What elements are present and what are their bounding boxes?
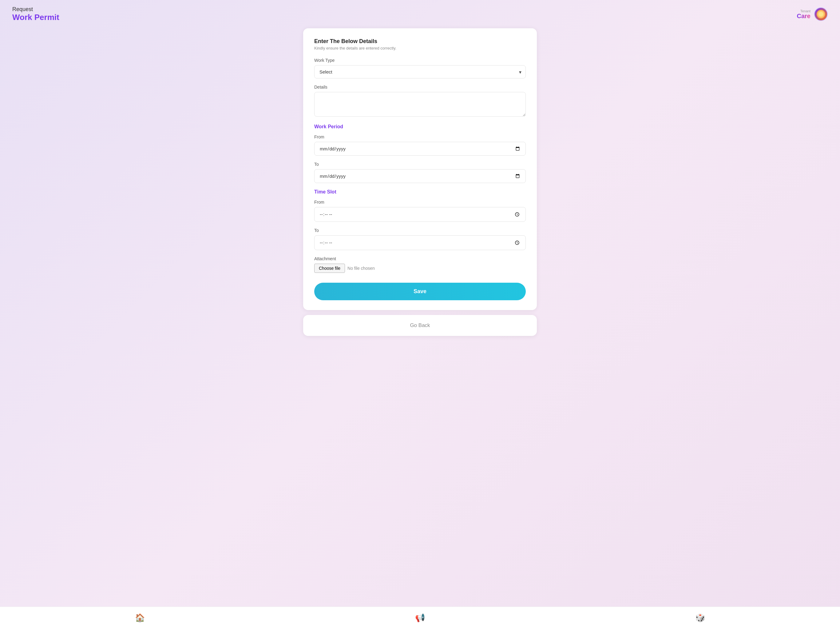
- tenant-label: Tenant: [801, 9, 810, 13]
- details-label: Details: [314, 85, 526, 90]
- work-period-from-label: From: [314, 135, 526, 139]
- nav-cube[interactable]: 🎲: [689, 612, 711, 624]
- form-card: Enter The Below Details Kindly ensure th…: [303, 28, 537, 310]
- work-period-to-label: To: [314, 162, 526, 167]
- choose-file-label: Choose file: [319, 266, 340, 271]
- choose-file-button[interactable]: Choose file: [314, 264, 345, 273]
- attachment-group: Attachment Choose file No file chosen: [314, 256, 526, 273]
- announce-icon: 📢: [415, 613, 425, 623]
- main-content: Enter The Below Details Kindly ensure th…: [297, 28, 543, 347]
- file-input-wrapper: Choose file No file chosen: [314, 264, 526, 273]
- work-type-select[interactable]: Select: [314, 65, 526, 78]
- work-permit-label: Work Permit: [12, 13, 59, 22]
- nav-home[interactable]: 🏠: [129, 612, 151, 624]
- time-slot-from-group: From: [314, 199, 526, 222]
- header-title-block: Request Work Permit: [12, 6, 59, 22]
- time-slot-to-label: To: [314, 228, 526, 233]
- attachment-label: Attachment: [314, 256, 526, 261]
- work-period-from-input[interactable]: [314, 142, 526, 156]
- work-type-label: Work Type: [314, 58, 526, 63]
- request-label: Request: [12, 6, 59, 13]
- avatar-image: [816, 10, 825, 19]
- home-icon: 🏠: [135, 613, 145, 623]
- go-back-text: Go Back: [410, 322, 430, 328]
- save-button[interactable]: Save: [314, 283, 526, 300]
- header: Request Work Permit Tenant Care: [0, 0, 840, 28]
- time-slot-from-label: From: [314, 199, 526, 204]
- work-period-from-group: From: [314, 135, 526, 156]
- work-period-to-group: To: [314, 162, 526, 183]
- no-file-chosen-text: No file chosen: [347, 266, 375, 271]
- work-period-to-input[interactable]: [314, 169, 526, 183]
- cube-icon: 🎲: [695, 613, 705, 623]
- details-textarea[interactable]: [314, 92, 526, 117]
- form-card-title: Enter The Below Details: [314, 38, 526, 44]
- nav-announce[interactable]: 📢: [409, 612, 431, 624]
- bottom-nav: 🏠 📢 🎲: [0, 606, 840, 630]
- time-slot-heading: Time Slot: [314, 189, 526, 195]
- details-group: Details: [314, 85, 526, 118]
- avatar[interactable]: [814, 7, 828, 21]
- work-period-heading: Work Period: [314, 124, 526, 130]
- header-right: Tenant Care: [797, 7, 828, 21]
- form-card-subtitle: Kindly ensure the details are entered co…: [314, 46, 526, 51]
- time-slot-to-group: To: [314, 228, 526, 250]
- work-type-select-wrapper: Select: [314, 65, 526, 78]
- time-slot-to-input[interactable]: [314, 235, 526, 250]
- go-back-card[interactable]: Go Back: [303, 315, 537, 336]
- tenant-care-logo: Tenant Care: [797, 9, 810, 19]
- work-type-group: Work Type Select: [314, 58, 526, 78]
- time-slot-from-input[interactable]: [314, 207, 526, 222]
- care-label: Care: [797, 13, 810, 19]
